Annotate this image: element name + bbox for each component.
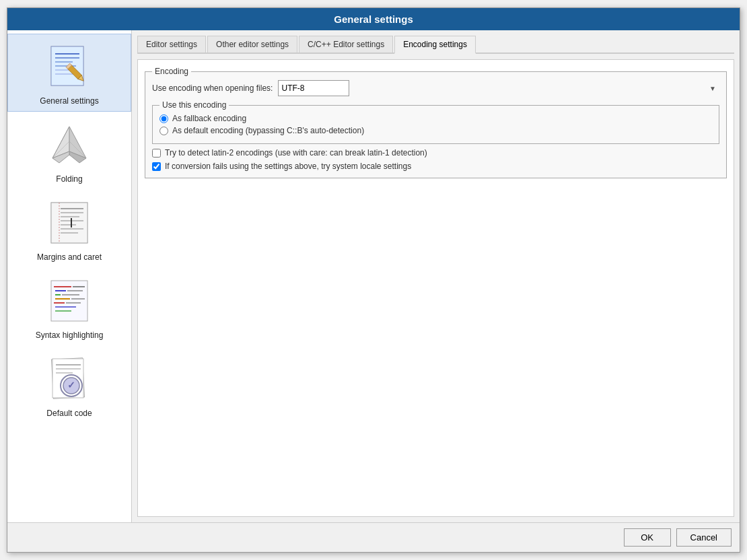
main-content: Editor settings Other editor settings C/… <box>132 30 740 522</box>
default-code-icon: ✓ <box>42 352 96 406</box>
sidebar-item-default-label: Default code <box>46 409 92 418</box>
checkbox-system-locale-label: If conversion fails using the settings a… <box>165 162 411 171</box>
margins-icon <box>42 196 96 250</box>
encoding-select-wrapper: UTF-8 UTF-16 ISO-8859-1 ISO-8859-2 Windo… <box>278 80 719 96</box>
dialog-body: General settings <box>7 30 740 522</box>
syntax-icon <box>42 274 96 328</box>
tab-encoding[interactable]: Encoding settings <box>394 36 476 54</box>
tab-editor[interactable]: Editor settings <box>137 36 206 53</box>
dialog-title: General settings <box>334 13 413 25</box>
content-panel: Encoding Use encoding when opening files… <box>137 59 734 517</box>
sidebar: General settings <box>7 30 132 522</box>
tab-bar: Editor settings Other editor settings C/… <box>137 36 734 54</box>
sidebar-item-general[interactable]: General settings <box>7 34 131 112</box>
encoding-row-label: Use encoding when opening files: <box>152 83 273 93</box>
radio-default[interactable] <box>159 127 168 135</box>
tab-cpp[interactable]: C/C++ Editor settings <box>299 36 393 53</box>
folding-icon <box>42 118 96 172</box>
encoding-fieldset: Encoding Use encoding when opening files… <box>145 67 727 178</box>
encoding-select[interactable]: UTF-8 UTF-16 ISO-8859-1 ISO-8859-2 Windo… <box>278 80 349 96</box>
general-settings-dialog: General settings <box>7 7 740 553</box>
checkbox-row-system-locale: If conversion fails using the settings a… <box>152 162 719 171</box>
sidebar-item-folding-label: Folding <box>56 174 82 184</box>
encoding-legend: Encoding <box>152 67 191 76</box>
checkbox-system-locale[interactable] <box>152 162 161 171</box>
title-bar: General settings <box>7 8 740 30</box>
checkbox-latin2[interactable] <box>152 149 161 158</box>
sidebar-item-default[interactable]: ✓ Default code <box>7 346 131 424</box>
ok-button[interactable]: OK <box>624 528 671 547</box>
use-encoding-group: Use this encoding As fallback encoding A… <box>152 100 719 144</box>
radio-default-label: As default encoding (bypassing C::B's au… <box>172 126 364 135</box>
radio-row-fallback: As fallback encoding <box>159 114 712 123</box>
sidebar-item-syntax-label: Syntax highlighting <box>36 330 104 340</box>
checkbox-latin2-label: Try to detect latin-2 encodings (use wit… <box>165 148 427 158</box>
radio-fallback-label: As fallback encoding <box>172 114 246 123</box>
tab-other[interactable]: Other editor settings <box>207 36 297 53</box>
radio-row-default: As default encoding (bypassing C::B's au… <box>159 126 712 135</box>
checkbox-row-latin2: Try to detect latin-2 encodings (use wit… <box>152 148 719 158</box>
cancel-button[interactable]: Cancel <box>676 528 732 547</box>
sidebar-item-margins[interactable]: Margins and caret <box>7 190 131 268</box>
svg-text:✓: ✓ <box>67 380 75 390</box>
sidebar-item-margins-label: Margins and caret <box>37 252 102 262</box>
general-settings-icon <box>42 40 96 94</box>
sidebar-item-general-label: General settings <box>40 96 98 106</box>
encoding-row: Use encoding when opening files: UTF-8 U… <box>152 80 719 96</box>
radio-fallback[interactable] <box>159 114 168 123</box>
sidebar-item-folding[interactable]: Folding <box>7 112 131 190</box>
use-encoding-legend: Use this encoding <box>159 100 229 110</box>
sidebar-item-syntax[interactable]: Syntax highlighting <box>7 268 131 346</box>
dialog-footer: OK Cancel <box>7 522 740 552</box>
